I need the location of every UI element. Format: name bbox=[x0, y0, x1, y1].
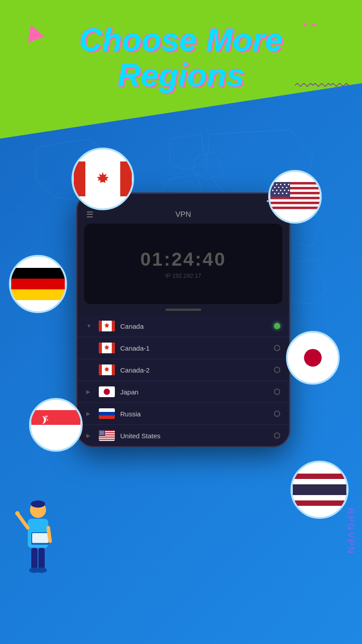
status-indicator-japan bbox=[274, 389, 280, 395]
expand-icon-japan: ▶ bbox=[86, 389, 93, 395]
svg-point-12 bbox=[272, 184, 274, 185]
svg-point-16 bbox=[288, 184, 289, 185]
svg-rect-71 bbox=[99, 439, 115, 440]
svg-rect-49 bbox=[99, 321, 102, 331]
connection-timer: 01:24:40 bbox=[140, 249, 226, 270]
svg-rect-32 bbox=[11, 289, 65, 300]
svg-point-74 bbox=[101, 431, 101, 432]
svg-point-76 bbox=[103, 431, 104, 432]
svg-point-19 bbox=[282, 186, 283, 188]
svg-rect-54 bbox=[112, 343, 115, 353]
app-title: VPN bbox=[176, 210, 191, 219]
svg-point-29 bbox=[286, 193, 287, 194]
flag-canada2-list bbox=[99, 364, 115, 375]
page-title: Choose More Regions bbox=[0, 22, 362, 93]
germany-flag-circle bbox=[9, 255, 67, 313]
svg-rect-43 bbox=[293, 474, 346, 479]
svg-rect-62 bbox=[99, 408, 115, 412]
svg-rect-2 bbox=[120, 161, 132, 196]
status-indicator-canada2 bbox=[274, 367, 280, 373]
svg-point-89 bbox=[102, 434, 103, 435]
expand-icon-russia: ▶ bbox=[86, 411, 93, 417]
flag-canada1-list bbox=[99, 343, 115, 353]
server-item-russia[interactable]: ▶ Russia bbox=[77, 403, 289, 425]
svg-rect-47 bbox=[293, 500, 346, 506]
svg-point-73 bbox=[99, 431, 100, 432]
svg-rect-31 bbox=[11, 279, 65, 289]
svg-point-81 bbox=[101, 432, 101, 433]
phone-mockup: 9:41 ▪▪▪ ⊡ ☰ VPN 01:24:40 IP 192.292.17 … bbox=[76, 192, 290, 448]
svg-rect-50 bbox=[112, 321, 115, 331]
svg-rect-64 bbox=[99, 415, 115, 419]
svg-rect-99 bbox=[38, 548, 45, 570]
status-indicator-canada1 bbox=[274, 345, 280, 351]
svg-rect-45 bbox=[293, 484, 346, 495]
svg-point-61 bbox=[104, 389, 110, 395]
svg-rect-1 bbox=[74, 161, 85, 196]
svg-point-75 bbox=[102, 431, 103, 432]
svg-rect-63 bbox=[99, 412, 115, 415]
expand-icon-usa: ▶ bbox=[86, 432, 93, 439]
svg-point-102 bbox=[15, 511, 20, 516]
svg-rect-46 bbox=[293, 495, 346, 500]
svg-point-79 bbox=[103, 432, 104, 432]
svg-rect-53 bbox=[99, 343, 102, 353]
menu-icon[interactable]: ☰ bbox=[86, 210, 93, 220]
svg-line-97 bbox=[48, 528, 50, 541]
svg-point-22 bbox=[276, 190, 278, 191]
thailand-flag-circle bbox=[290, 461, 349, 519]
singapore-flag-circle bbox=[29, 398, 83, 452]
japan-flag-circle bbox=[286, 331, 340, 385]
svg-point-15 bbox=[284, 184, 285, 185]
svg-rect-36 bbox=[31, 425, 80, 440]
server-item-canada2[interactable]: Canada-2 bbox=[77, 359, 289, 381]
svg-point-92 bbox=[31, 500, 45, 508]
svg-point-26 bbox=[274, 193, 275, 194]
svg-point-77 bbox=[100, 432, 101, 432]
svg-point-23 bbox=[280, 190, 281, 191]
server-name-canada1: Canada-1 bbox=[120, 344, 269, 352]
server-item-canada1[interactable]: Canada-1 bbox=[77, 337, 289, 359]
flag-japan-list bbox=[99, 386, 115, 397]
svg-point-34 bbox=[304, 349, 322, 367]
svg-rect-44 bbox=[293, 479, 346, 484]
svg-rect-10 bbox=[270, 207, 320, 209]
svg-rect-95 bbox=[32, 533, 48, 543]
server-item-canada[interactable]: ▼ Canada bbox=[77, 315, 289, 337]
svg-rect-70 bbox=[99, 437, 115, 438]
svg-line-96 bbox=[18, 514, 28, 528]
svg-rect-98 bbox=[31, 548, 38, 570]
svg-point-87 bbox=[99, 434, 100, 435]
server-list: ▼ Canada bbox=[77, 315, 289, 446]
usa-flag-circle bbox=[268, 170, 322, 224]
svg-rect-58 bbox=[112, 364, 115, 375]
svg-point-18 bbox=[278, 186, 279, 188]
flag-russia-list bbox=[99, 408, 115, 419]
server-name-canada2: Canada-2 bbox=[120, 366, 269, 374]
svg-point-20 bbox=[286, 186, 287, 188]
svg-point-13 bbox=[276, 184, 278, 185]
svg-point-28 bbox=[282, 193, 283, 194]
flag-usa-list bbox=[99, 430, 115, 441]
svg-point-17 bbox=[274, 186, 275, 188]
svg-point-80 bbox=[99, 432, 100, 433]
svg-rect-9 bbox=[270, 202, 320, 204]
server-item-japan[interactable]: ▶ Japan bbox=[77, 381, 289, 403]
svg-rect-35 bbox=[31, 410, 80, 425]
svg-point-84 bbox=[100, 433, 101, 434]
svg-point-27 bbox=[278, 193, 279, 194]
svg-point-82 bbox=[102, 432, 103, 433]
svg-point-88 bbox=[101, 434, 101, 435]
server-name-usa: United States bbox=[120, 432, 269, 440]
svg-rect-57 bbox=[99, 364, 102, 375]
svg-point-25 bbox=[288, 190, 289, 191]
svg-point-90 bbox=[103, 434, 104, 435]
status-indicator-usa bbox=[274, 432, 280, 439]
svg-point-21 bbox=[272, 190, 274, 191]
status-indicator-russia bbox=[274, 411, 280, 417]
svg-point-24 bbox=[284, 190, 285, 191]
app-title-bar: ☰ VPN bbox=[77, 208, 289, 221]
svg-point-83 bbox=[103, 432, 104, 433]
server-item-usa[interactable]: ▶ bbox=[77, 425, 289, 446]
canada-flag-circle bbox=[72, 148, 134, 210]
